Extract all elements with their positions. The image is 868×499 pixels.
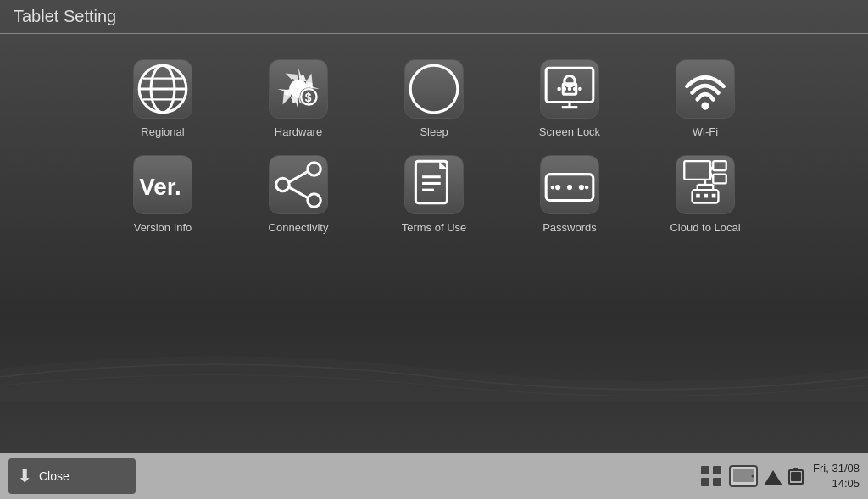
svg-line-25	[289, 172, 308, 182]
connectivity-label: Connectivity	[269, 221, 329, 234]
icons-row-2: Ver. Version Info Connectivity	[120, 155, 748, 234]
share-icon	[270, 156, 327, 213]
icon-item-regional[interactable]: Regional	[120, 59, 205, 138]
version-label: Version Info	[134, 221, 192, 234]
svg-text:$: $	[305, 91, 312, 104]
cloudlocal-label: Cloud to Local	[670, 221, 740, 234]
svg-point-15	[568, 87, 572, 91]
svg-point-16	[557, 87, 561, 91]
svg-rect-37	[684, 161, 710, 180]
screenlock-label: Screen Lock	[539, 125, 600, 138]
svg-point-35	[551, 186, 555, 190]
version-icon: Ver.	[134, 156, 192, 213]
icon-item-sleep[interactable]: Sleep	[392, 59, 476, 138]
document-icon	[405, 156, 463, 213]
hardware-label: Hardware	[275, 125, 322, 138]
svg-point-18	[573, 87, 577, 91]
icons-grid: Regional	[0, 34, 868, 234]
title-bar: Tablet Setting	[0, 0, 868, 34]
icon-item-terms[interactable]: Terms of Use	[392, 155, 476, 234]
gear-icon: $	[270, 60, 327, 118]
icon-item-cloudlocal[interactable]: Cloud to Local	[663, 155, 748, 234]
taskbar: ⬇ Close	[0, 453, 868, 499]
battery-icon	[787, 467, 804, 485]
svg-point-23	[276, 178, 289, 191]
password-icon	[541, 156, 598, 213]
terms-label: Terms of Use	[402, 221, 467, 234]
globe-icon	[134, 60, 192, 118]
power-moon-icon	[405, 60, 463, 118]
svg-rect-49	[712, 194, 716, 198]
page-title: Tablet Setting	[14, 7, 854, 26]
taskbar-right: Fri, 31/08 14:05	[699, 461, 860, 491]
close-button[interactable]: ⬇ Close	[8, 458, 136, 494]
svg-rect-59	[793, 468, 798, 471]
datetime-display: Fri, 31/08 14:05	[813, 461, 860, 491]
regional-icon-box	[133, 59, 192, 119]
svg-point-17	[563, 87, 567, 91]
cloudlocal-icon-box	[676, 155, 735, 214]
svg-point-33	[567, 185, 572, 190]
wifi-icon-box	[676, 59, 735, 119]
network-icon	[676, 156, 734, 213]
wifi-icon	[676, 60, 734, 118]
svg-rect-38	[713, 161, 726, 170]
svg-point-24	[308, 194, 320, 207]
svg-rect-51	[713, 466, 721, 474]
wifi-label: Wi-Fi	[693, 125, 718, 138]
svg-rect-55	[733, 469, 754, 482]
svg-rect-50	[701, 466, 709, 474]
svg-text:Ver.: Ver.	[139, 174, 181, 200]
svg-rect-60	[791, 472, 801, 481]
svg-marker-57	[764, 470, 782, 485]
sleep-icon-box	[404, 59, 464, 119]
hardware-icon-box: $	[269, 59, 328, 119]
svg-rect-47	[696, 194, 700, 198]
svg-point-56	[752, 475, 754, 478]
close-label: Close	[39, 469, 70, 483]
sleep-label: Sleep	[420, 125, 448, 138]
icon-item-wifi[interactable]: Wi-Fi	[663, 59, 748, 138]
grid-icon	[699, 464, 723, 488]
monitor-lock-icon	[541, 60, 598, 118]
main-area: Tablet Setting Regional	[0, 0, 868, 453]
svg-rect-48	[704, 194, 708, 198]
svg-point-20	[701, 102, 709, 109]
taskbar-icons	[699, 464, 804, 488]
svg-point-32	[555, 185, 560, 190]
passwords-icon-box	[540, 155, 599, 214]
regional-label: Regional	[141, 125, 184, 138]
signal-icon	[764, 467, 782, 485]
icons-row-1: Regional	[120, 59, 748, 138]
wave-decoration	[0, 335, 868, 402]
screenlock-icon-box	[540, 59, 599, 119]
svg-point-34	[579, 185, 584, 190]
version-icon-box: Ver.	[133, 155, 192, 214]
svg-rect-53	[713, 478, 721, 486]
svg-point-22	[308, 163, 320, 175]
svg-point-9	[410, 65, 458, 113]
svg-line-26	[289, 187, 308, 197]
svg-rect-39	[713, 175, 726, 184]
svg-rect-52	[701, 478, 709, 486]
connectivity-icon-box	[269, 155, 328, 214]
icon-item-connectivity[interactable]: Connectivity	[256, 155, 341, 234]
svg-point-19	[578, 87, 582, 91]
icon-item-version[interactable]: Ver. Version Info	[120, 155, 205, 234]
icon-item-screenlock[interactable]: Screen Lock	[527, 59, 612, 138]
icon-item-passwords[interactable]: Passwords	[527, 155, 612, 234]
passwords-label: Passwords	[542, 221, 597, 234]
svg-point-36	[585, 186, 589, 190]
tablet-icon	[728, 464, 759, 488]
terms-icon-box	[404, 155, 464, 214]
close-arrow-icon: ⬇	[17, 465, 32, 487]
icon-item-hardware[interactable]: $ Hardware	[256, 59, 341, 138]
